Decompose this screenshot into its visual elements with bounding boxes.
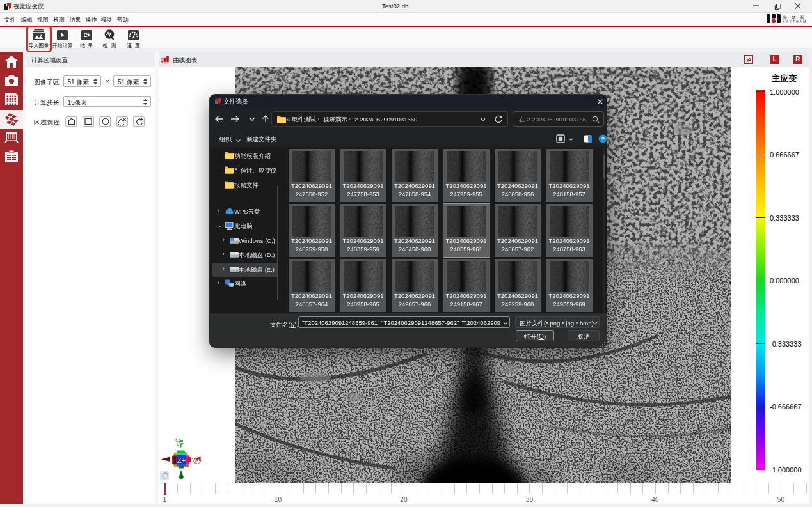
svg-text:Z+: Z+ — [177, 456, 186, 464]
svg-text:Y+: Y+ — [176, 439, 184, 446]
svg-text:X+: X+ — [193, 458, 201, 465]
svg-text:HAYTHAM: HAYTHAM — [783, 20, 807, 24]
svg-text:?: ? — [601, 135, 605, 142]
svg-text:海琴阁: 海琴阁 — [783, 15, 809, 20]
